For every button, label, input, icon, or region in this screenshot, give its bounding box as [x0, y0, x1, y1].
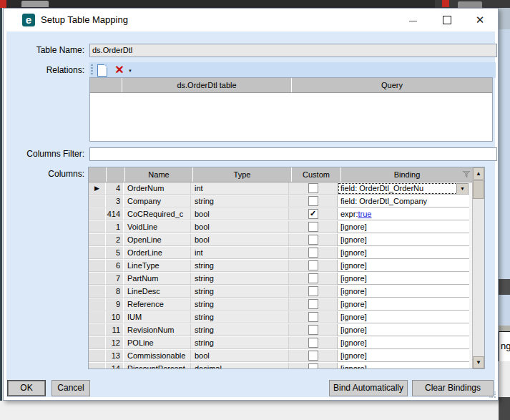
custom-cell[interactable]	[289, 234, 338, 246]
toolbar-grip-handle[interactable]	[91, 64, 93, 76]
binding-cell[interactable]: [ignore]	[338, 234, 469, 246]
table-row[interactable]: 414CoCRequired_cbool✓expr:true	[89, 208, 473, 221]
name-cell[interactable]: Reference	[124, 298, 191, 311]
row-selector[interactable]	[89, 247, 106, 259]
binding-cell[interactable]: field: OrderDtl_Company	[338, 195, 469, 207]
table-row[interactable]: 6LineTypestring[ignore]	[89, 260, 473, 273]
table-row[interactable]: 12POLinestring[ignore]	[89, 337, 473, 350]
custom-cell[interactable]	[289, 195, 338, 207]
row-selector[interactable]	[89, 195, 106, 207]
close-button[interactable]: ✕	[469, 9, 491, 31]
custom-cell[interactable]	[289, 260, 338, 272]
custom-cell[interactable]	[289, 182, 338, 195]
type-cell[interactable]: string	[191, 337, 289, 349]
custom-checkbox[interactable]	[308, 196, 318, 206]
row-number-cell[interactable]: 8	[106, 285, 124, 298]
name-cell[interactable]: OrderNum	[124, 182, 191, 195]
title-bar[interactable]: e Setup Table Mapping ✕	[4, 9, 498, 31]
vertical-scrollbar[interactable]: ▲ ▼	[472, 167, 484, 368]
custom-checkbox[interactable]	[308, 338, 318, 348]
scrollbar-thumb[interactable]	[473, 180, 484, 199]
custom-checkbox[interactable]	[308, 222, 318, 232]
custom-checkbox[interactable]	[308, 325, 318, 335]
binding-cell[interactable]: [ignore]	[338, 221, 469, 233]
type-cell[interactable]: string	[191, 298, 289, 311]
custom-cell[interactable]	[289, 311, 338, 323]
table-row[interactable]: 3Companystringfield: OrderDtl_Company	[89, 195, 473, 208]
type-cell[interactable]: string	[191, 260, 289, 272]
row-number-cell[interactable]: 14	[106, 363, 124, 368]
name-cell[interactable]: PartNum	[124, 273, 191, 285]
row-selector[interactable]: ▶	[89, 182, 106, 195]
row-selector[interactable]	[89, 273, 106, 285]
row-selector[interactable]	[89, 221, 106, 233]
row-number-cell[interactable]: 11	[106, 324, 124, 336]
type-cell[interactable]: int	[191, 182, 289, 195]
binding-cell[interactable]: [ignore]	[338, 337, 469, 349]
row-selector[interactable]	[89, 285, 106, 298]
type-cell[interactable]: string	[191, 195, 289, 207]
table-row[interactable]: 7PartNumstring[ignore]	[89, 273, 473, 285]
custom-checkbox[interactable]	[308, 351, 318, 361]
custom-cell[interactable]	[289, 221, 338, 233]
custom-checkbox[interactable]	[308, 286, 318, 296]
row-number-cell[interactable]: 12	[106, 337, 124, 349]
table-row[interactable]: 1VoidLinebool[ignore]	[89, 221, 473, 234]
type-cell[interactable]: decimal	[191, 363, 289, 368]
name-cell[interactable]: VoidLine	[124, 221, 191, 233]
name-cell[interactable]: IUM	[124, 311, 191, 323]
name-column-header[interactable]: Name	[125, 167, 193, 182]
filter-icon[interactable]	[463, 171, 471, 178]
custom-checkbox[interactable]	[308, 235, 318, 245]
custom-checkbox[interactable]	[308, 363, 318, 368]
binding-cell[interactable]: [ignore]	[338, 311, 469, 323]
toolbar-dropdown-icon[interactable]: ▼	[128, 69, 132, 73]
custom-cell[interactable]	[289, 337, 338, 349]
row-number-cell[interactable]: 4	[106, 182, 124, 195]
minimize-button[interactable]	[401, 9, 424, 31]
row-selector-header[interactable]	[89, 167, 107, 182]
binding-dropdown-button[interactable]: ▼	[456, 183, 469, 195]
row-selector[interactable]	[89, 337, 106, 349]
type-cell[interactable]: bool	[191, 208, 289, 220]
relations-row-selector-header[interactable]	[90, 78, 122, 92]
name-cell[interactable]: Commissionable	[124, 350, 191, 362]
relations-query-column-header[interactable]: Query	[292, 78, 492, 92]
name-cell[interactable]: DiscountPercent	[124, 363, 191, 368]
cancel-button[interactable]: Cancel	[52, 380, 90, 396]
custom-cell[interactable]	[289, 350, 338, 362]
row-selector[interactable]	[89, 234, 106, 246]
type-cell[interactable]: string	[191, 311, 289, 323]
custom-checkbox[interactable]	[308, 312, 318, 322]
row-selector[interactable]	[89, 298, 106, 311]
row-number-cell[interactable]: 1	[106, 221, 124, 233]
scroll-down-button[interactable]: ▼	[473, 356, 484, 368]
custom-checkbox[interactable]	[308, 299, 318, 309]
table-row[interactable]: 9Referencestring[ignore]	[89, 298, 473, 311]
binding-cell[interactable]: [ignore]	[338, 260, 469, 272]
bind-automatically-button[interactable]: Bind Automatically	[329, 380, 408, 396]
row-number-cell[interactable]: 2	[106, 234, 124, 246]
type-cell[interactable]: string	[191, 273, 289, 285]
table-row[interactable]: 8LineDescstring[ignore]	[89, 285, 473, 298]
custom-cell[interactable]	[289, 273, 338, 285]
table-row[interactable]: 11RevisionNumstring[ignore]	[89, 324, 473, 337]
custom-cell[interactable]	[289, 247, 338, 259]
name-cell[interactable]: Company	[124, 195, 191, 207]
custom-cell[interactable]	[289, 298, 338, 311]
custom-checkbox[interactable]	[308, 260, 318, 270]
row-selector[interactable]	[89, 363, 106, 368]
row-number-cell[interactable]: 7	[106, 273, 124, 285]
type-column-header[interactable]: Type	[193, 167, 292, 182]
table-row[interactable]: 5OrderLineint[ignore]	[89, 247, 473, 260]
row-number-cell[interactable]: 6	[106, 260, 124, 272]
table-row[interactable]: 14DiscountPercentdecimal[ignore]	[89, 363, 473, 368]
table-name-input[interactable]	[89, 44, 497, 57]
custom-checkbox[interactable]	[308, 248, 318, 258]
name-cell[interactable]: POLine	[124, 337, 191, 349]
row-selector[interactable]	[89, 311, 106, 323]
relations-table-column-header[interactable]: ds.OrderDtl table	[122, 78, 292, 92]
custom-checkbox[interactable]	[308, 183, 318, 193]
binding-cell[interactable]: [ignore]	[338, 324, 469, 336]
table-row[interactable]: 13Commissionablebool[ignore]	[89, 350, 473, 363]
